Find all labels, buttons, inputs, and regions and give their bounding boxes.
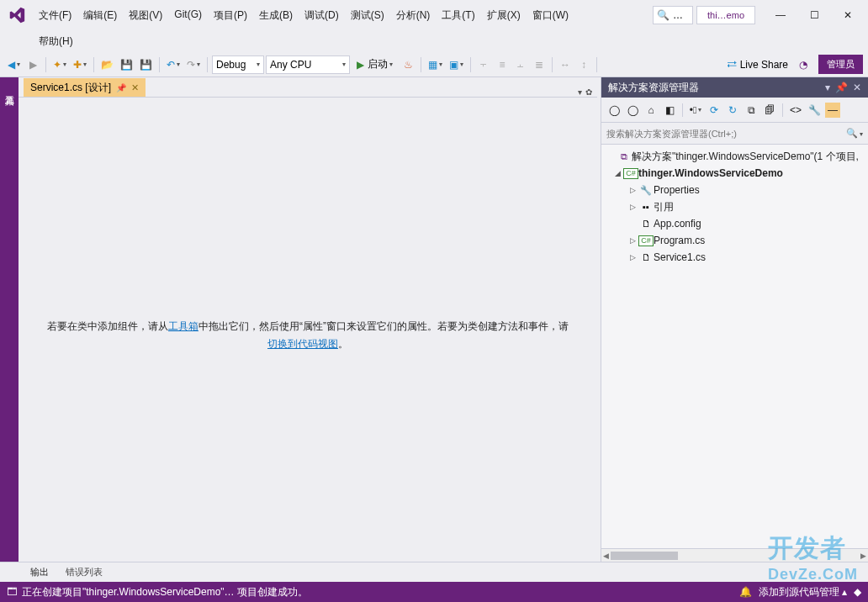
tree-appconfig-node[interactable]: 🗋 App.config (601, 215, 868, 232)
solution-config-combo[interactable]: Debug▾ (212, 55, 264, 74)
expander-icon[interactable]: ▷ (627, 186, 638, 194)
menu-project[interactable]: 项目(P) (209, 5, 252, 26)
size-height-button[interactable]: ↕ (575, 55, 592, 74)
window-minimize-button[interactable]: — (764, 3, 797, 27)
solution-explorer-search-input[interactable] (606, 129, 846, 139)
expander-icon[interactable]: ▷ (627, 236, 638, 245)
designer-toolbox-link[interactable]: 工具箱 (168, 320, 198, 332)
search-icon[interactable]: 🔍▾ (846, 128, 863, 139)
menu-help[interactable]: 帮助(H) (34, 31, 78, 52)
se-sync-button[interactable]: ⟳ (707, 103, 722, 118)
csharp-project-icon: C# (623, 167, 638, 179)
se-preview-button[interactable]: — (825, 103, 840, 118)
expander-icon[interactable]: ▷ (627, 203, 638, 211)
align-top-button[interactable]: ⫠ (512, 55, 529, 74)
add-item-button[interactable]: ✚▾ (71, 55, 89, 74)
menu-debug[interactable]: 调试(D) (299, 5, 344, 26)
solution-platform-combo[interactable]: Any CPU▾ (266, 55, 350, 74)
solution-explorer-hscrollbar[interactable]: ◀▶ (601, 548, 868, 562)
se-properties-button[interactable]: 🔧 (807, 103, 822, 118)
menu-view[interactable]: 视图(V) (124, 5, 167, 26)
se-back-button[interactable]: ◯ (606, 103, 622, 118)
menu-git[interactable]: Git(G) (169, 5, 207, 26)
se-showall-button[interactable]: 🗐 (762, 103, 777, 118)
align-middle-button[interactable]: ≣ (531, 55, 548, 74)
tab-overflow-button[interactable]: ▾ (578, 87, 582, 97)
panel-close-icon[interactable]: ✕ (853, 82, 861, 93)
solution-explorer-panel: 解决方案资源管理器 ▾ 📌 ✕ ◯ ◯ ⌂ ◧ •⃝▾ ⟳ ↻ ⧉ 🗐 <> 🔧… (601, 77, 868, 562)
redo-button[interactable]: ↷▾ (184, 55, 203, 74)
references-icon: ▪▪ (638, 202, 654, 212)
se-home-button[interactable]: ⌂ (643, 103, 659, 118)
quick-launch[interactable]: 🔍 … (653, 6, 693, 24)
se-refresh-button[interactable]: ↻ (725, 103, 740, 118)
feedback-button[interactable]: ◔ (795, 55, 812, 74)
error-list-tab[interactable]: 错误列表 (57, 562, 111, 582)
menu-extensions[interactable]: 扩展(X) (482, 5, 526, 26)
menu-window[interactable]: 窗口(W) (527, 5, 574, 26)
open-button[interactable]: 📂 (98, 55, 116, 74)
panel-pin-icon[interactable]: 📌 (835, 82, 848, 93)
align-left-button[interactable]: ⫟ (475, 55, 492, 74)
config-file-icon: 🗋 (638, 219, 654, 229)
window-close-button[interactable]: ✕ (831, 3, 865, 27)
expander-icon[interactable]: ▷ (627, 253, 638, 261)
designer-codeview-link[interactable]: 切换到代码视图 (267, 338, 338, 350)
save-button[interactable]: 💾 (118, 55, 135, 74)
new-project-button[interactable]: ✦▾ (50, 55, 69, 74)
se-pending-button[interactable]: •⃝▾ (688, 103, 703, 118)
se-code-button[interactable]: <> (788, 103, 803, 118)
menu-build[interactable]: 生成(B) (254, 5, 298, 26)
solution-explorer-header[interactable]: 解决方案资源管理器 ▾ 📌 ✕ (601, 77, 868, 98)
document-tab-row: Service1.cs [设计] 📌 ✕ ▾ ✿ (19, 77, 597, 98)
tree-label: 解决方案"thinger.WindowsServiceDemo"(1 个项目, (632, 150, 859, 164)
source-control-button[interactable]: 添加到源代码管理 ▴ (759, 585, 847, 599)
browser-link-button[interactable]: ▦▾ (426, 55, 445, 74)
toolbox-tab[interactable]: 工具箱 (3, 84, 16, 94)
designer-surface[interactable]: 若要在类中添加组件，请从工具箱中拖出它们，然后使用“属性”窗口来设置它们的属性。… (19, 98, 597, 562)
nav-back-button[interactable]: ◀▾ (5, 55, 23, 74)
align-center-button[interactable]: ≡ (494, 55, 511, 74)
play-icon: ▶ (357, 59, 364, 71)
tab-options-button[interactable]: ✿ (585, 87, 592, 97)
tree-solution-node[interactable]: ⧉ 解决方案"thinger.WindowsServiceDemo"(1 个项目… (601, 148, 868, 165)
se-forward-button[interactable]: ◯ (625, 103, 640, 118)
tree-project-node[interactable]: ◢ C# thinger.WindowsServiceDemo (601, 165, 868, 182)
size-width-button[interactable]: ↔ (557, 55, 574, 74)
main-menu: 文件(F) 编辑(E) 视图(V) Git(G) 项目(P) 生成(B) 调试(… (34, 5, 574, 26)
close-tab-icon[interactable]: ✕ (131, 82, 139, 93)
menu-tools[interactable]: 工具(T) (437, 5, 479, 26)
se-switchview-button[interactable]: ◧ (662, 103, 677, 118)
menu-file[interactable]: 文件(F) (34, 5, 77, 26)
live-share-button[interactable]: ⮂Live Share (722, 59, 793, 71)
document-tab-active[interactable]: Service1.cs [设计] 📌 ✕ (24, 78, 146, 97)
pin-icon[interactable]: 📌 (116, 83, 126, 92)
tree-service-node[interactable]: ▷ 🗋 Service1.cs (601, 249, 868, 266)
tree-references-node[interactable]: ▷ ▪▪ 引用 (601, 198, 868, 215)
solution-explorer-search[interactable]: 🔍▾ (601, 123, 868, 145)
tree-label: 引用 (654, 200, 674, 214)
window-maximize-button[interactable]: ☐ (797, 3, 831, 27)
search-icon: 🔍 (657, 9, 670, 21)
save-all-button[interactable]: 💾 (137, 55, 155, 74)
start-debug-button[interactable]: ▶启动▾ (352, 55, 398, 74)
panel-menu-icon[interactable]: ▾ (825, 82, 830, 93)
tree-program-node[interactable]: ▷ C# Program.cs (601, 232, 868, 249)
menu-test[interactable]: 测试(S) (346, 5, 389, 26)
designer-placeholder-text: 若要在类中添加组件，请从工具箱中拖出它们，然后使用“属性”窗口来设置它们的属性。… (44, 318, 572, 353)
tree-properties-node[interactable]: ▷ 🔧 Properties (601, 182, 868, 198)
hot-reload-button[interactable]: ♨ (400, 55, 416, 74)
live-share-icon: ⮂ (727, 59, 737, 71)
solution-icon: ⧉ (617, 151, 632, 162)
wrench-icon: 🔧 (638, 185, 654, 196)
notifications-icon[interactable]: 🔔 (739, 586, 752, 598)
expander-icon[interactable]: ◢ (611, 169, 623, 177)
menu-edit[interactable]: 编辑(E) (78, 5, 122, 26)
repo-icon[interactable]: ◆ (854, 586, 861, 598)
se-collapse-button[interactable]: ⧉ (744, 103, 759, 118)
undo-button[interactable]: ↶▾ (164, 55, 183, 74)
output-tab[interactable]: 输出 (22, 562, 57, 582)
picture-button[interactable]: ▣▾ (447, 55, 466, 74)
menu-analyze[interactable]: 分析(N) (391, 5, 436, 26)
nav-forward-button[interactable]: ▶ (24, 55, 41, 74)
